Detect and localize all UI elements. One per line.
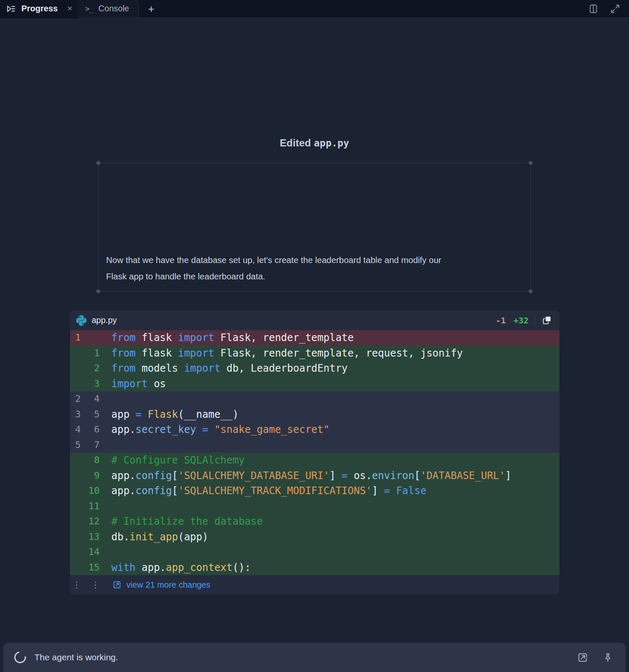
spinner-icon — [12, 649, 29, 666]
progress-icon — [6, 4, 16, 14]
code-line: db.init_app(app) — [100, 529, 208, 545]
diff-row: 14 — [70, 544, 559, 560]
diff-row: 57 — [70, 438, 559, 453]
app-window: Progress ✕ >_ Console + Edited app.py — [0, 0, 629, 594]
tab-progress-label: Progress — [21, 4, 58, 13]
diff-row: 11 — [70, 499, 559, 514]
quote-corner-dot — [529, 289, 533, 293]
new-line-number: 4 — [81, 391, 100, 407]
code-line: app.config['SQLALCHEMY_DATABASE_URI'] = … — [100, 468, 512, 484]
new-tab-button[interactable]: + — [139, 0, 164, 17]
old-line-number — [70, 544, 81, 560]
diff-row: 1from flask import Flask, render_templat… — [70, 346, 559, 361]
diff-row: 24 — [70, 391, 559, 407]
new-line-number: 11 — [81, 499, 100, 514]
python-icon — [76, 315, 87, 326]
tabbar-spacer — [164, 0, 582, 17]
old-line-number — [70, 376, 81, 392]
new-line-number: 5 — [81, 407, 100, 422]
code-line: from flask import Flask, render_template… — [100, 346, 463, 361]
diff-row: 13db.init_app(app) — [70, 529, 559, 545]
new-line-number: 7 — [81, 438, 100, 453]
open-diff-icon — [112, 580, 122, 589]
old-line-number: 2 — [70, 391, 81, 407]
old-line-number — [70, 560, 81, 576]
added-count: +32 — [513, 315, 528, 326]
code-line — [100, 544, 112, 560]
diff-row: 1from flask import Flask, render_templat… — [70, 330, 559, 346]
gutter-ellipsis: ⋮ — [81, 580, 100, 590]
old-line-number — [70, 361, 81, 376]
tab-console[interactable]: >_ Console — [78, 0, 138, 17]
status-text: The agent is working. — [34, 652, 118, 662]
diff-row: 8# Configure SQLAlchemy — [70, 453, 559, 468]
progress-pane: Edited app.py Now that we have the datab… — [70, 137, 559, 594]
view-more-changes-link[interactable]: view 21 more changes — [112, 580, 211, 590]
code-line: import os — [100, 376, 166, 392]
old-line-number — [70, 346, 81, 361]
old-line-number — [70, 499, 81, 514]
new-line-number: 15 — [81, 560, 100, 576]
page-title-prefix: Edited — [280, 137, 311, 148]
new-line-number: 13 — [81, 529, 100, 545]
new-line-number: 2 — [81, 361, 100, 376]
user-prompt-quote: Now that we have the database set up, le… — [98, 163, 531, 292]
diff-row: 35app = Flask(__name__) — [70, 407, 559, 422]
old-line-number: 4 — [70, 422, 81, 438]
diff-card-footer: ⋮ ⋮ view 21 more changes — [70, 575, 559, 594]
new-line-number: 14 — [81, 544, 100, 560]
code-line: from flask import Flask, render_template — [100, 330, 354, 346]
tab-console-label: Console — [99, 4, 129, 13]
diff-row: 2from models import db, LeaderboardEntry — [70, 361, 559, 376]
new-line-number: 3 — [81, 376, 100, 392]
code-line: app.config['SQLALCHEMY_TRACK_MODIFICATIO… — [100, 483, 426, 499]
new-line-number: 8 — [81, 453, 100, 468]
agent-status-bar: The agent is working. — [3, 643, 626, 672]
code-line: app = Flask(__name__) — [100, 407, 239, 422]
page-title: Edited app.py — [70, 137, 559, 149]
copy-icon — [542, 315, 552, 326]
diff-row: 12# Initialize the database — [70, 514, 559, 529]
new-line-number: 9 — [81, 468, 100, 484]
quote-corner-dot — [96, 289, 100, 293]
old-line-number — [70, 483, 81, 499]
diff-row: 9app.config['SQLALCHEMY_DATABASE_URI'] =… — [70, 468, 559, 484]
diff-row: 15with app.app_context(): — [70, 560, 559, 576]
code-line — [100, 438, 112, 453]
diff-card: app.py -1 +32 1from flask import Flask, … — [70, 310, 559, 594]
new-line-number: 6 — [81, 422, 100, 438]
old-line-number — [70, 514, 81, 529]
quote-corner-dot — [96, 161, 100, 165]
header-divider — [535, 315, 535, 326]
view-more-changes-label: view 21 more changes — [127, 580, 211, 590]
tab-bar: Progress ✕ >_ Console + — [0, 0, 629, 18]
new-line-number: 10 — [81, 483, 100, 499]
diff-row: 46app.secret_key = "snake_game_secret" — [70, 422, 559, 438]
open-in-new-icon[interactable] — [563, 652, 588, 663]
tab-progress[interactable]: Progress ✕ — [0, 0, 78, 18]
new-line-number — [81, 330, 100, 346]
pin-icon[interactable] — [588, 652, 613, 663]
close-tab-icon[interactable]: ✕ — [67, 5, 73, 12]
diff-rows: 1from flask import Flask, render_templat… — [70, 330, 559, 575]
quote-text: Now that we have the database set up, le… — [106, 255, 441, 281]
diff-card-header: app.py -1 +32 — [70, 310, 559, 330]
code-line: from models import db, LeaderboardEntry — [100, 361, 348, 376]
copy-button[interactable] — [541, 314, 553, 326]
code-line: with app.app_context(): — [100, 560, 251, 576]
old-line-number — [70, 529, 81, 545]
code-line: app.secret_key = "snake_game_secret" — [100, 422, 330, 438]
code-line — [100, 391, 112, 407]
code-line — [100, 499, 112, 514]
page-title-filename: app.py — [314, 138, 349, 148]
split-view-icon[interactable] — [582, 0, 604, 17]
diff-filename: app.py — [92, 315, 117, 325]
removed-count: -1 — [496, 315, 506, 326]
old-line-number — [70, 468, 81, 484]
old-line-number: 3 — [70, 407, 81, 422]
new-line-number: 1 — [81, 346, 100, 361]
diff-row: 10app.config['SQLALCHEMY_TRACK_MODIFICAT… — [70, 483, 559, 499]
quote-corner-dot — [529, 161, 533, 165]
code-line: # Initialize the database — [100, 514, 263, 529]
expand-icon[interactable] — [604, 0, 629, 17]
